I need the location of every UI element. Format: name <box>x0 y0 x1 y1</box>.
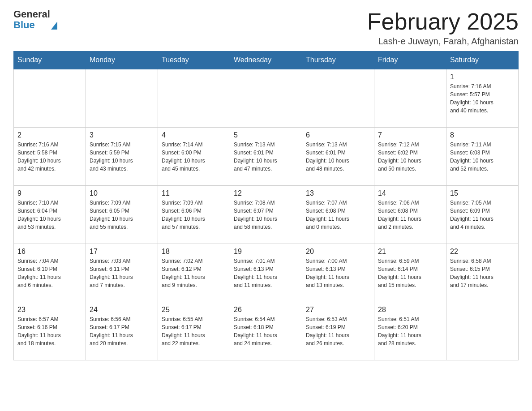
calendar-week-row: 2Sunrise: 7:16 AMSunset: 5:58 PMDaylight… <box>14 127 519 185</box>
calendar-cell <box>446 302 519 360</box>
day-number: 25 <box>162 306 226 314</box>
calendar-cell <box>158 69 230 127</box>
calendar-cell: 7Sunrise: 7:12 AMSunset: 6:02 PMDaylight… <box>374 127 446 185</box>
day-number: 7 <box>378 131 442 139</box>
day-of-week-header: Sunday <box>14 51 86 69</box>
day-of-week-header: Wednesday <box>230 51 302 69</box>
calendar-cell: 2Sunrise: 7:16 AMSunset: 5:58 PMDaylight… <box>14 127 86 185</box>
calendar-cell <box>14 69 86 127</box>
calendar-cell: 26Sunrise: 6:54 AMSunset: 6:18 PMDayligh… <box>230 302 302 360</box>
day-of-week-header: Tuesday <box>158 51 230 69</box>
day-number: 11 <box>162 189 226 197</box>
day-info: Sunrise: 7:02 AMSunset: 6:12 PMDaylight:… <box>162 257 226 289</box>
day-info: Sunrise: 7:14 AMSunset: 6:00 PMDaylight:… <box>162 141 226 173</box>
logo-text: General Blue <box>13 9 50 30</box>
day-number: 21 <box>378 248 442 256</box>
calendar-cell: 17Sunrise: 7:03 AMSunset: 6:11 PMDayligh… <box>86 244 158 302</box>
day-info: Sunrise: 7:04 AMSunset: 6:10 PMDaylight:… <box>17 257 82 289</box>
day-number: 23 <box>17 306 82 314</box>
day-number: 15 <box>450 189 515 197</box>
day-number: 1 <box>450 73 515 81</box>
calendar-cell: 22Sunrise: 6:58 AMSunset: 6:15 PMDayligh… <box>446 244 519 302</box>
day-number: 18 <box>162 248 226 256</box>
day-info: Sunrise: 6:54 AMSunset: 6:18 PMDaylight:… <box>234 315 298 347</box>
day-number: 16 <box>17 248 82 256</box>
calendar-header-row: SundayMondayTuesdayWednesdayThursdayFrid… <box>14 51 519 69</box>
calendar-cell: 27Sunrise: 6:53 AMSunset: 6:19 PMDayligh… <box>302 302 374 360</box>
day-number: 8 <box>450 131 515 139</box>
day-info: Sunrise: 7:07 AMSunset: 6:08 PMDaylight:… <box>306 199 370 231</box>
calendar-cell: 20Sunrise: 7:00 AMSunset: 6:13 PMDayligh… <box>302 244 374 302</box>
day-info: Sunrise: 6:51 AMSunset: 6:20 PMDaylight:… <box>378 315 442 347</box>
calendar-cell <box>86 69 158 127</box>
day-number: 3 <box>90 131 154 139</box>
calendar-cell <box>374 69 446 127</box>
logo-triangle-icon <box>51 21 57 30</box>
day-number: 12 <box>234 189 298 197</box>
day-info: Sunrise: 6:55 AMSunset: 6:17 PMDaylight:… <box>162 315 226 347</box>
day-info: Sunrise: 6:53 AMSunset: 6:19 PMDaylight:… <box>306 315 370 347</box>
calendar-cell: 16Sunrise: 7:04 AMSunset: 6:10 PMDayligh… <box>14 244 86 302</box>
day-info: Sunrise: 7:05 AMSunset: 6:09 PMDaylight:… <box>450 199 515 231</box>
calendar-cell: 4Sunrise: 7:14 AMSunset: 6:00 PMDaylight… <box>158 127 230 185</box>
calendar-table: SundayMondayTuesdayWednesdayThursdayFrid… <box>13 51 519 360</box>
calendar-cell: 12Sunrise: 7:08 AMSunset: 6:07 PMDayligh… <box>230 185 302 244</box>
calendar-cell: 3Sunrise: 7:15 AMSunset: 5:59 PMDaylight… <box>86 127 158 185</box>
calendar-cell: 19Sunrise: 7:01 AMSunset: 6:13 PMDayligh… <box>230 244 302 302</box>
day-info: Sunrise: 7:08 AMSunset: 6:07 PMDaylight:… <box>234 199 298 231</box>
location-subtitle: Lash-e Juwayn, Farah, Afghanistan <box>367 36 519 47</box>
calendar-cell: 8Sunrise: 7:11 AMSunset: 6:03 PMDaylight… <box>446 127 519 185</box>
day-number: 17 <box>90 248 154 256</box>
calendar-cell: 15Sunrise: 7:05 AMSunset: 6:09 PMDayligh… <box>446 185 519 244</box>
day-number: 4 <box>162 131 226 139</box>
calendar-cell: 21Sunrise: 6:59 AMSunset: 6:14 PMDayligh… <box>374 244 446 302</box>
calendar-cell: 14Sunrise: 7:06 AMSunset: 6:08 PMDayligh… <box>374 185 446 244</box>
calendar-cell: 6Sunrise: 7:13 AMSunset: 6:01 PMDaylight… <box>302 127 374 185</box>
calendar-cell: 28Sunrise: 6:51 AMSunset: 6:20 PMDayligh… <box>374 302 446 360</box>
day-number: 14 <box>378 189 442 197</box>
calendar-week-row: 9Sunrise: 7:10 AMSunset: 6:04 PMDaylight… <box>14 185 519 244</box>
day-number: 6 <box>306 131 370 139</box>
day-info: Sunrise: 7:03 AMSunset: 6:11 PMDaylight:… <box>90 257 154 289</box>
calendar-week-row: 1Sunrise: 7:16 AMSunset: 5:57 PMDaylight… <box>14 69 519 127</box>
day-number: 22 <box>450 248 515 256</box>
day-info: Sunrise: 7:12 AMSunset: 6:02 PMDaylight:… <box>378 141 442 173</box>
day-number: 13 <box>306 189 370 197</box>
calendar-cell <box>230 69 302 127</box>
calendar-cell: 25Sunrise: 6:55 AMSunset: 6:17 PMDayligh… <box>158 302 230 360</box>
day-of-week-header: Saturday <box>446 51 519 69</box>
day-of-week-header: Friday <box>374 51 446 69</box>
day-info: Sunrise: 6:57 AMSunset: 6:16 PMDaylight:… <box>17 315 82 347</box>
day-info: Sunrise: 7:00 AMSunset: 6:13 PMDaylight:… <box>306 257 370 289</box>
logo-blue: Blue <box>13 20 50 30</box>
day-of-week-header: Thursday <box>302 51 374 69</box>
day-info: Sunrise: 7:11 AMSunset: 6:03 PMDaylight:… <box>450 141 515 173</box>
calendar-cell: 18Sunrise: 7:02 AMSunset: 6:12 PMDayligh… <box>158 244 230 302</box>
logo-general: General <box>13 9 50 20</box>
day-info: Sunrise: 7:06 AMSunset: 6:08 PMDaylight:… <box>378 199 442 231</box>
day-info: Sunrise: 6:58 AMSunset: 6:15 PMDaylight:… <box>450 257 515 289</box>
title-block: February 2025 Lash-e Juwayn, Farah, Afgh… <box>367 9 519 47</box>
day-number: 24 <box>90 306 154 314</box>
day-number: 9 <box>17 189 82 197</box>
calendar-cell: 10Sunrise: 7:09 AMSunset: 6:05 PMDayligh… <box>86 185 158 244</box>
page-header: General Blue February 2025 Lash-e Juwayn… <box>13 9 519 47</box>
calendar-cell: 9Sunrise: 7:10 AMSunset: 6:04 PMDaylight… <box>14 185 86 244</box>
calendar-cell: 5Sunrise: 7:13 AMSunset: 6:01 PMDaylight… <box>230 127 302 185</box>
day-of-week-header: Monday <box>86 51 158 69</box>
calendar-cell: 11Sunrise: 7:09 AMSunset: 6:06 PMDayligh… <box>158 185 230 244</box>
calendar-cell: 24Sunrise: 6:56 AMSunset: 6:17 PMDayligh… <box>86 302 158 360</box>
day-info: Sunrise: 6:59 AMSunset: 6:14 PMDaylight:… <box>378 257 442 289</box>
calendar-week-row: 23Sunrise: 6:57 AMSunset: 6:16 PMDayligh… <box>14 302 519 360</box>
logo: General Blue <box>13 9 57 30</box>
day-number: 10 <box>90 189 154 197</box>
calendar-cell <box>302 69 374 127</box>
day-info: Sunrise: 7:01 AMSunset: 6:13 PMDaylight:… <box>234 257 298 289</box>
day-info: Sunrise: 7:13 AMSunset: 6:01 PMDaylight:… <box>306 141 370 173</box>
day-info: Sunrise: 7:16 AMSunset: 5:57 PMDaylight:… <box>450 82 515 115</box>
day-number: 19 <box>234 248 298 256</box>
day-info: Sunrise: 7:10 AMSunset: 6:04 PMDaylight:… <box>17 199 82 231</box>
day-number: 28 <box>378 306 442 314</box>
day-number: 27 <box>306 306 370 314</box>
day-info: Sunrise: 7:15 AMSunset: 5:59 PMDaylight:… <box>90 141 154 173</box>
